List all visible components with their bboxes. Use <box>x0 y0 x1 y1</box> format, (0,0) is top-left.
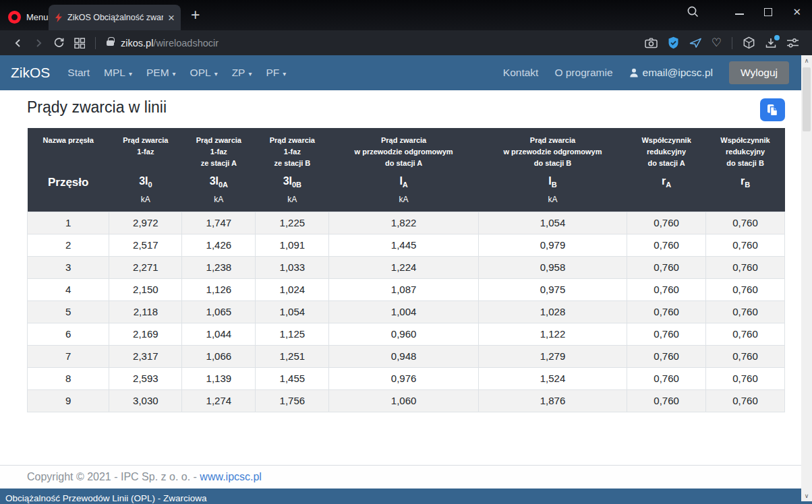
table-cell: 0,760 <box>706 301 785 323</box>
nav-item[interactable]: PF▾ <box>266 67 287 79</box>
table-cell: 2,593 <box>109 367 182 389</box>
column-symbol: Przęsło <box>30 176 107 189</box>
bookmark-heart-icon[interactable]: ♡ <box>712 36 722 50</box>
caret-down-icon: ▾ <box>283 69 286 77</box>
scrollbar-thumb[interactable] <box>803 67 811 131</box>
table-cell: 1,756 <box>256 389 329 412</box>
url-path: /wireloadshocir <box>153 38 219 49</box>
toolbar-separator <box>732 37 732 49</box>
url-domain: zikos.pl <box>121 38 153 49</box>
table-cell: 1 <box>28 212 109 234</box>
table-cell: 0,976 <box>329 367 478 389</box>
table-cell: 1,251 <box>256 345 329 367</box>
tab-close-icon[interactable]: × <box>168 12 175 24</box>
forward-icon[interactable] <box>33 38 44 49</box>
new-tab-icon[interactable]: + <box>191 6 200 24</box>
browser-tab[interactable]: ZikOS Obciążalność zwarci × <box>49 5 181 30</box>
nav-o-programie[interactable]: O programie <box>554 67 612 79</box>
table-cell: 7 <box>28 345 109 367</box>
table-cell: 0,760 <box>627 212 706 234</box>
caret-down-icon: ▾ <box>129 69 132 77</box>
nav-item[interactable]: PEM▾ <box>146 67 176 79</box>
column-unit <box>630 195 703 205</box>
table-cell: 0,760 <box>627 345 706 367</box>
nav-item[interactable]: Start <box>67 67 90 79</box>
caret-down-icon: ▾ <box>173 69 176 77</box>
table-cell: 0,760 <box>627 323 706 345</box>
window-close-icon[interactable]: ✕ <box>792 6 801 18</box>
table-cell: 2,517 <box>109 234 182 256</box>
table-cell: 1,091 <box>256 234 329 256</box>
table-cell: 1,822 <box>329 212 478 234</box>
logout-button[interactable]: Wyloguj <box>729 61 789 84</box>
column-title: Współczynnik redukcyjny do stacji A <box>630 135 703 170</box>
table-cell: 0,760 <box>706 323 785 345</box>
person-icon <box>629 68 639 77</box>
nav-kontakt[interactable]: Kontakt <box>503 67 539 79</box>
lock-icon[interactable] <box>107 40 114 46</box>
column-symbol: 3I0B <box>258 175 326 189</box>
table-cell: 1,445 <box>329 234 478 256</box>
table-row: 32,2711,2381,0331,2240,9580,7600,760 <box>28 256 785 278</box>
brand-logo[interactable]: ZikOS <box>11 65 50 81</box>
speed-dial-icon[interactable] <box>74 38 85 49</box>
table-row: 93,0301,2741,7561,0601,8760,7600,760 <box>28 389 785 412</box>
table-cell: 1,122 <box>478 323 627 345</box>
table-cell: 0,948 <box>329 345 478 367</box>
window-maximize-icon[interactable] <box>764 8 772 16</box>
table-cell: 1,033 <box>256 256 329 278</box>
table-cell: 1,139 <box>182 367 256 389</box>
nav-item[interactable]: OPL▾ <box>190 67 218 79</box>
table-cell: 0,760 <box>627 256 706 278</box>
page-title: Prądy zwarcia w linii <box>27 98 167 117</box>
table-cell: 9 <box>28 389 109 412</box>
table-cell: 4 <box>28 278 109 301</box>
column-symbol: IA <box>332 175 475 189</box>
reload-icon[interactable] <box>53 37 65 49</box>
table-cell: 1,004 <box>329 301 478 323</box>
copyright-text: Copyright © 2021 - IPC Sp. z o. o. - <box>27 471 200 482</box>
search-icon[interactable] <box>687 5 699 18</box>
scroll-down-icon[interactable]: ∨ <box>801 491 812 501</box>
column-title: Prąd zwarcia 1-faz ze stacji A <box>185 135 253 170</box>
table-cell: 0,760 <box>706 234 785 256</box>
address-bar[interactable]: zikos.pl/wireloadshocir <box>121 38 219 49</box>
downloads-icon[interactable] <box>765 37 777 49</box>
window-minimize-icon[interactable] <box>735 9 744 15</box>
table-cell: 2 <box>28 234 109 256</box>
footer-link[interactable]: www.ipcsc.pl <box>200 471 262 482</box>
shield-vpn-icon[interactable] <box>667 36 680 49</box>
copy-button[interactable] <box>760 98 785 121</box>
table-cell: 1,060 <box>329 389 478 412</box>
column-unit: kA <box>332 195 475 205</box>
page-scrollbar[interactable]: ∧ ∨ <box>801 55 812 501</box>
caret-down-icon: ▾ <box>248 69 252 77</box>
table-cell: 8 <box>28 367 109 389</box>
scroll-up-icon[interactable]: ∧ <box>801 55 812 66</box>
snapshot-camera-icon[interactable] <box>645 38 658 49</box>
nav-item-label: Start <box>67 67 90 79</box>
nav-item[interactable]: MPL▾ <box>104 67 132 79</box>
table-header-cell: Prąd zwarcia w przewodzie odgromowym do … <box>478 128 627 212</box>
tab-title: ZikOS Obciążalność zwarci <box>67 13 163 22</box>
table-row: 42,1501,1261,0241,0870,9750,7600,760 <box>28 278 785 301</box>
back-icon[interactable] <box>13 38 24 49</box>
column-unit: kA <box>112 195 179 205</box>
table-cell: 2,271 <box>109 256 182 278</box>
content-spacer <box>27 412 785 465</box>
settings-sliders-icon[interactable] <box>786 38 799 49</box>
site-footer: Copyright © 2021 - IPC Sp. z o. o. - www… <box>0 465 812 489</box>
table-cell: 0,760 <box>627 301 706 323</box>
table-cell: 1,054 <box>478 212 627 234</box>
nav-item[interactable]: ZP▾ <box>232 67 252 79</box>
user-email[interactable]: email@ipcsc.pl <box>629 67 713 79</box>
table-cell: 0,960 <box>329 323 478 345</box>
table-cell: 0,760 <box>627 367 706 389</box>
nav-item-label: MPL <box>104 67 125 79</box>
table-cell: 2,972 <box>109 212 182 234</box>
copy-icon <box>767 104 778 117</box>
table-cell: 0,760 <box>627 234 706 256</box>
send-to-device-icon[interactable] <box>689 36 702 49</box>
column-symbol: rA <box>630 175 703 189</box>
extensions-cube-icon[interactable] <box>743 36 755 49</box>
